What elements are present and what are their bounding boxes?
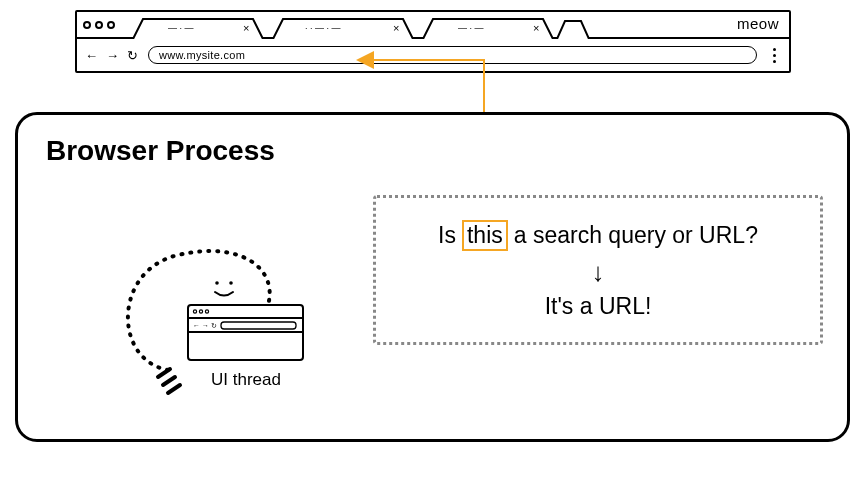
new-tab-button[interactable] [553, 17, 593, 39]
zoom-icon [107, 21, 115, 29]
svg-point-7 [229, 281, 233, 285]
question-highlight: this [462, 220, 508, 252]
answer-line: It's a URL! [545, 293, 652, 320]
browser-process-box: Browser Process ← → ↻ UI thread [15, 112, 850, 442]
forward-icon[interactable]: → [106, 48, 119, 63]
close-icon [83, 21, 91, 29]
svg-point-6 [215, 281, 219, 285]
menu-icon[interactable] [767, 48, 781, 63]
svg-text:— · —: — · — [458, 23, 484, 33]
down-arrow-icon: ↓ [592, 259, 605, 285]
question-suffix: a search query or URL? [514, 222, 758, 249]
browser-brand-label: meow [737, 15, 779, 32]
tab-2[interactable]: · · — · — × [263, 17, 423, 39]
back-icon[interactable]: ← [85, 48, 98, 63]
minimize-icon [95, 21, 103, 29]
tab-3[interactable]: — · — × [413, 17, 563, 39]
svg-text:← → ↻: ← → ↻ [193, 322, 217, 329]
reload-icon[interactable]: ↻ [127, 48, 138, 63]
process-title: Browser Process [46, 135, 275, 167]
url-text: www.mysite.com [159, 49, 245, 61]
svg-text:— · —: — · — [168, 23, 194, 33]
tab-1[interactable]: — · — × [123, 17, 273, 39]
svg-text:×: × [393, 22, 399, 34]
address-bar-row: ← → ↻ www.mysite.com [77, 39, 789, 71]
svg-text:· · — · —: · · — · — [305, 23, 341, 33]
svg-text:×: × [243, 22, 249, 34]
ui-thread-doodle: ← → ↻ UI thread [103, 210, 323, 400]
svg-text:×: × [533, 22, 539, 34]
traffic-lights [83, 21, 115, 29]
question-prefix: Is [438, 222, 456, 249]
browser-window: — · — × · · — · — × — · — × meow [75, 10, 791, 73]
url-input[interactable]: www.mysite.com [148, 46, 757, 64]
question-line: Is this a search query or URL? [438, 220, 758, 252]
nav-buttons: ← → ↻ [85, 48, 138, 63]
ui-thread-label: UI thread [211, 370, 281, 390]
tab-bar: — · — × · · — · — × — · — × meow [77, 12, 789, 39]
thought-bubble: Is this a search query or URL? ↓ It's a … [373, 195, 823, 345]
